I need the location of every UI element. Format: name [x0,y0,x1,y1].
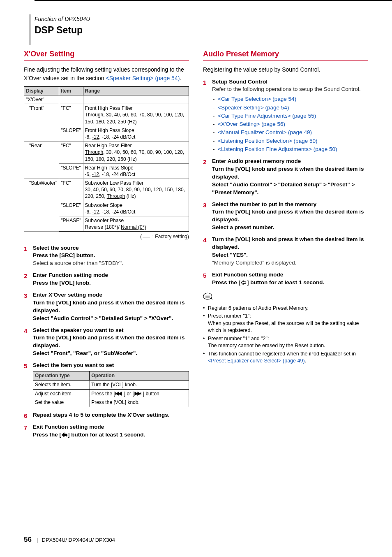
xover-intro: Fine adjusting the following setting val… [24,65,189,82]
table-row: Set the valuePress the [VOL] knob. [33,398,189,407]
skip-back-icon [115,391,124,397]
preset-eq-link[interactable]: <Preset Equalizer curve Select> (page 49… [208,358,305,364]
col-range: Range [83,86,189,95]
table-row: Selects the item.Turn the [VOL] knob. [33,380,189,389]
page-footer: 56 | DPX504U/ DPX404U/ DPX304 [24,535,115,545]
step-3: Select the number to put in the memory T… [203,201,368,232]
reference-link[interactable]: <Speaker Setting> (page 54) [218,104,289,111]
step-2: Enter Function setting mode Press the [V… [24,272,189,287]
step-6: Repeat steps 4 to 5 to complete the X'Ov… [24,411,189,419]
right-column: Audio Preset Memory Registering the valu… [203,49,368,443]
page-title: DSP Setup [35,24,368,37]
step-4: Turn the [VOL] knob and press it when th… [203,236,368,267]
xover-steps: Select the source Press the [SRC] button… [24,244,189,439]
table-row: "Front" "FC" Front High Pass FilterThrou… [24,104,189,126]
list-item: Preset number "1" and "2":The memory can… [203,335,368,350]
model-list: DPX504U/ DPX404U/ DPX304 [42,537,115,543]
notes-list: Register 6 patterns of Audio Preset Memo… [203,305,368,365]
reference-link[interactable]: <Listening Position Selection> (page 50) [218,138,317,144]
info-icon [203,292,214,302]
step-3: Enter X'Over setting mode Turn the [VOL]… [24,291,189,323]
skip-forward-icon [134,391,143,397]
col-item: Item [59,86,83,95]
chevron-right-icon: > [352,181,355,188]
table-row: "X'Over" [24,95,189,104]
chevron-right-icon: > [274,181,277,188]
list-item: Preset number "1":When you press the Res… [203,313,368,334]
col-display: Display [24,86,59,95]
step-5: Exit Function setting mode Press the [] … [203,271,368,287]
step-1: Setup Sound Control Refer to the followi… [203,78,368,154]
reference-link[interactable]: <Listening Position Fine Adjustments> (p… [218,146,337,152]
table-row: "SubWoofer" "FC" Subwoofer Low Pass Filt… [24,179,189,201]
page-header: Function of DPX504U DSP Setup [30,14,368,45]
reference-link[interactable]: <Car Type Fine Adjustments> (page 55) [218,113,316,119]
audio-preset-section-title: Audio Preset Memory [203,49,368,61]
reference-link-list: <Car Type Selection> (page 54) <Speaker … [212,95,368,153]
chevron-right-icon: > [144,315,147,321]
factory-setting-note: ( : Factory setting) [24,233,189,240]
step-2: Enter Audio preset memory mode Turn the … [203,158,368,196]
reference-link[interactable]: <X'Over Setting> (page 56) [218,121,285,127]
left-column: X'Over Setting Fine adjusting the follow… [24,49,189,443]
step-1: Select the source Press the [SRC] button… [24,244,189,268]
xover-section-title: X'Over Setting [24,49,189,61]
step-7: Exit Function setting mode Press the [] … [24,423,189,439]
list-item: This function cannot be registered when … [203,350,368,365]
reference-link[interactable]: <Manual Equalizer Control> (page 49) [218,129,312,135]
speaker-setting-link[interactable]: <Speaker Setting> (page 54) [106,75,180,81]
table-row: "Rear" "FC" Rear High Pass FilterThrough… [24,142,189,164]
list-item: Register 6 patterns of Audio Preset Memo… [203,305,368,312]
step-4: Select the speaker you want to set Turn … [24,327,189,358]
return-icon [61,431,68,439]
xover-range-table: Display Item Range "X'Over" "Front" "FC"… [24,86,189,232]
function-of-label: Function of DPX504U [35,15,368,23]
audio-preset-intro: Registering the value setup by Sound Con… [203,65,368,74]
step-5: Select the item you want to set Operatio… [24,362,189,407]
table-row: Adjust each item. Press the [] or [] but… [33,389,189,398]
reference-link[interactable]: <Car Type Selection> (page 54) [218,96,296,102]
return-icon [240,279,247,287]
intro-text-end: . [180,75,181,81]
page-number: 56 [24,536,32,543]
chevron-right-icon: > [95,315,97,321]
operation-table: Operation type Operation Selects the ite… [33,371,189,407]
audio-preset-steps: Setup Sound Control Refer to the followi… [203,78,368,287]
chevron-right-icon: > [323,181,326,188]
